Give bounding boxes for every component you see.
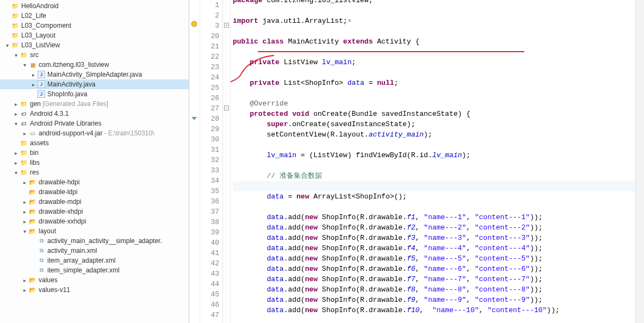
tree-item[interactable]: L03_Layout <box>0 30 189 40</box>
code-line[interactable]: // 准备集合数据 <box>233 171 635 181</box>
chevron-right-icon[interactable] <box>21 131 28 136</box>
tree-item[interactable]: activity_main_activity__simple_adapter. <box>0 236 189 246</box>
code-line[interactable]: public class MainActivity extends Activi… <box>233 36 635 47</box>
code-line[interactable]: super.onCreate(savedInstanceState); <box>233 119 635 129</box>
chevron-right-icon[interactable] <box>21 287 28 293</box>
tree-item[interactable]: MainActivity.java <box>0 79 189 89</box>
code-line[interactable] <box>233 47 635 57</box>
chevron-down-icon[interactable] <box>21 62 28 68</box>
tree-item-label: L03_Layout <box>21 32 55 39</box>
code-token: f7 <box>407 275 416 283</box>
tree-item[interactable]: values <box>0 275 189 285</box>
code-line[interactable]: data.add(new ShopInfo(R.drawable.f5, "na… <box>233 253 635 264</box>
tree-item[interactable]: item_array_adapter.xml <box>0 256 189 265</box>
code-line[interactable] <box>233 5 635 16</box>
tree-item[interactable]: libs <box>0 158 189 167</box>
tree-item[interactable]: ShopInfo.java <box>0 89 189 99</box>
vertical-scrollbar[interactable] <box>635 0 644 323</box>
code-area[interactable]: package com.itzheng.l03_listview;import … <box>231 0 635 315</box>
tree-item[interactable]: gen[Generated Java Files] <box>0 99 189 109</box>
code-line[interactable] <box>233 202 635 212</box>
code-line[interactable]: data.add(new ShopInfo(R.drawable.f8, "na… <box>233 284 635 295</box>
chevron-right-icon[interactable] <box>12 111 20 117</box>
chevron-down-icon[interactable] <box>12 170 20 176</box>
tree-item[interactable]: MainActivity_SimpleAdapter.java <box>0 70 189 79</box>
code-line[interactable]: package com.itzheng.l03_listview; <box>233 0 635 5</box>
code-token <box>233 213 267 221</box>
tree-item[interactable]: L03_ListView <box>0 40 189 50</box>
code-line[interactable]: data.add(new ShopInfo(R.drawable.f10, "n… <box>233 305 635 315</box>
code-token: , <box>416 223 424 232</box>
code-token: )); <box>530 223 542 232</box>
tree-item[interactable]: drawable-xhdpi <box>0 207 189 216</box>
tree-item[interactable]: activity_main.xml <box>0 246 189 256</box>
tree-item[interactable]: item_simple_adapter.xml <box>0 265 189 275</box>
chevron-right-icon[interactable] <box>29 82 37 88</box>
fold-gutter[interactable]: +− <box>223 0 231 323</box>
chevron-right-icon[interactable] <box>21 199 28 205</box>
tree-item[interactable]: layout <box>0 226 189 236</box>
tree-item[interactable]: L02_Life <box>0 11 189 21</box>
tree-item-label: HelloAndroid <box>21 2 59 10</box>
code-token <box>233 244 267 252</box>
chevron-down-icon[interactable] <box>21 228 28 234</box>
code-line[interactable]: data.add(new ShopInfo(R.drawable.f4, "na… <box>233 243 635 253</box>
tree-item[interactable]: android-support-v4.jar- E:\train\150310\ <box>0 128 189 138</box>
code-line[interactable]: data = new ArrayList<ShopInfo>(); <box>233 191 635 202</box>
chevron-down-icon[interactable] <box>3 42 11 48</box>
code-line[interactable] <box>233 181 635 191</box>
tree-item[interactable]: values-v11 <box>0 285 189 295</box>
tree-item[interactable]: bin <box>0 148 189 158</box>
fold-collapsed-icon[interactable]: + <box>224 23 229 28</box>
code-line[interactable]: data.add(new ShopInfo(R.drawable.f7, "na… <box>233 274 635 284</box>
code-line[interactable] <box>233 140 635 150</box>
code-line[interactable]: data.add(new ShopInfo(R.drawable.f2, "na… <box>233 222 635 233</box>
chevron-right-icon[interactable] <box>21 277 28 283</box>
folderopen-icon <box>28 227 37 235</box>
code-line[interactable]: data.add(new ShopInfo(R.drawable.f6, "na… <box>233 264 635 274</box>
code-line[interactable] <box>233 160 635 171</box>
code-line[interactable]: data.add(new ShopInfo(R.drawable.f3, "na… <box>233 233 635 243</box>
code-line[interactable]: private ListView lv_main; <box>233 57 635 67</box>
chevron-right-icon[interactable] <box>21 219 28 225</box>
chevron-right-icon[interactable] <box>29 72 37 78</box>
chevron-right-icon[interactable] <box>21 209 28 215</box>
chevron-down-icon[interactable] <box>12 121 20 127</box>
tree-item[interactable]: drawable-ldpi <box>0 187 189 197</box>
tree-item[interactable]: HelloAndroid <box>0 1 189 11</box>
project-explorer[interactable]: HelloAndroidL02_LifeL03_CompomentL03_Lay… <box>0 0 189 323</box>
tree-item[interactable]: res <box>0 167 189 177</box>
fold-expanded-icon[interactable]: − <box>224 105 229 110</box>
line-number: 39 <box>200 227 219 238</box>
code-token: activity_main <box>369 131 424 139</box>
code-line[interactable]: lv_main = (ListView) findViewById(R.id.l… <box>233 150 635 160</box>
tree-item[interactable]: Android Private Libraries <box>0 119 189 128</box>
tree-item[interactable]: L03_Compoment <box>0 21 189 30</box>
chevron-right-icon[interactable] <box>12 150 20 156</box>
tree-item[interactable]: drawable-hdpi <box>0 177 189 187</box>
tree-item[interactable]: com.itzheng.l03_listview <box>0 60 189 70</box>
chevron-right-icon[interactable] <box>12 160 20 166</box>
tree-item[interactable]: drawable-mdpi <box>0 197 189 207</box>
code-token: @Override <box>250 100 288 108</box>
tree-item[interactable]: drawable-xxhdpi <box>0 216 189 226</box>
code-line[interactable]: data.add(new ShopInfo(R.drawable.f9, "na… <box>233 295 635 305</box>
chevron-right-icon[interactable] <box>21 179 28 185</box>
code-token: lv_main <box>267 151 296 159</box>
chevron-down-icon[interactable] <box>12 52 20 58</box>
code-line[interactable] <box>233 67 635 78</box>
chevron-right-icon[interactable] <box>12 101 20 107</box>
code-token: data <box>267 296 283 304</box>
code-line[interactable]: setContentView(R.layout.activity_main); <box>233 129 635 140</box>
tree-item[interactable]: assets <box>0 138 189 148</box>
code-line[interactable]: @Override <box>233 98 635 109</box>
code-line[interactable] <box>233 26 635 36</box>
tree-item[interactable]: src <box>0 50 189 60</box>
code-line[interactable]: data.add(new ShopInfo(R.drawable.f1, "na… <box>233 212 635 222</box>
code-line[interactable]: private List<ShopInfo> data = null; <box>233 78 635 88</box>
tree-item[interactable]: Android 4.3.1 <box>0 109 189 119</box>
code-line[interactable] <box>233 88 635 98</box>
code-line[interactable]: protected void onCreate(Bundle savedInst… <box>233 109 635 119</box>
code-line[interactable]: import java.util.ArrayList;▫ <box>233 16 635 26</box>
code-editor[interactable]: 1232021222324252627282930313233343536373… <box>189 0 644 323</box>
